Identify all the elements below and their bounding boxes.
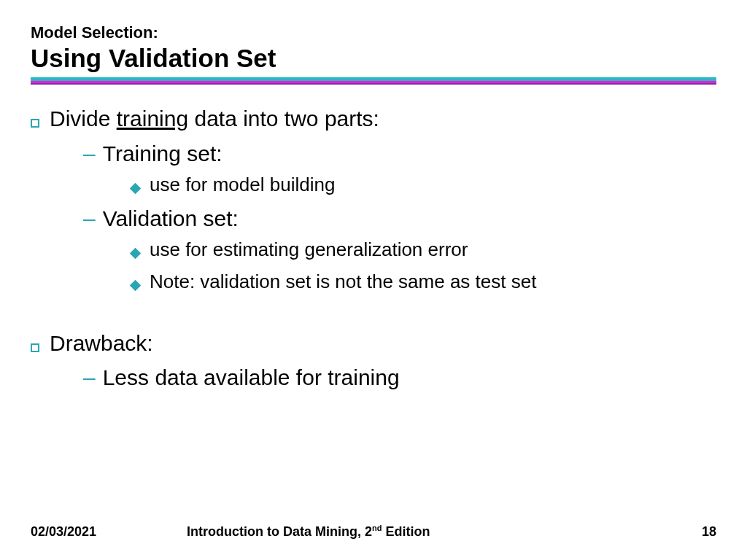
bullet-text: Training set:	[103, 140, 222, 168]
bullet-text: Drawback:	[50, 330, 153, 357]
text-fragment: Edition	[382, 524, 430, 539]
spacer	[31, 302, 716, 330]
bullet-text: Validation set:	[103, 205, 239, 233]
divider	[31, 77, 716, 85]
slide: Model Selection: Using Validation Set Di…	[0, 0, 747, 392]
footer-book-title: Introduction to Data Mining, 2nd Edition	[96, 524, 702, 540]
footer: 02/03/2021 Introduction to Data Mining, …	[0, 524, 747, 540]
superscript: nd	[372, 524, 382, 532]
header-title: Using Validation Set	[31, 44, 716, 73]
footer-page-number: 18	[702, 524, 716, 540]
bullet-level2: – Less data available for training	[83, 364, 716, 392]
bullet-level1: Drawback:	[31, 330, 716, 357]
bullet-level3: use for model building	[131, 173, 716, 198]
bullet-text: use for estimating generalization error	[150, 238, 468, 262]
square-bullet-icon	[31, 343, 39, 352]
footer-date: 02/03/2021	[31, 524, 96, 540]
bullet-text: Less data available for training	[103, 364, 400, 392]
bullet-level2: – Validation set:	[83, 205, 716, 233]
bullet-text: use for model building	[150, 173, 335, 198]
bullet-text: Divide training data into two parts:	[50, 105, 379, 133]
diamond-bullet-icon	[130, 183, 142, 195]
bullet-text: Note: validation set is not the same as …	[150, 270, 536, 295]
underlined-text: training	[117, 106, 188, 131]
bullet-level1: Divide training data into two parts:	[31, 105, 716, 133]
diamond-bullet-icon	[130, 280, 142, 292]
square-bullet-icon	[31, 119, 39, 128]
bullet-level3: use for estimating generalization error	[131, 238, 716, 262]
diamond-bullet-icon	[130, 248, 142, 260]
dash-bullet-icon: –	[83, 141, 96, 166]
dash-bullet-icon: –	[83, 365, 96, 390]
dash-bullet-icon: –	[83, 206, 96, 231]
text-fragment: Introduction to Data Mining, 2	[187, 524, 372, 539]
bullet-level2: – Training set:	[83, 140, 716, 168]
bullet-level3: Note: validation set is not the same as …	[131, 270, 716, 295]
text-fragment: Divide	[50, 106, 117, 131]
content: Divide training data into two parts: – T…	[31, 105, 716, 392]
divider-purple	[31, 83, 716, 85]
text-fragment: data into two parts:	[188, 106, 379, 131]
header-kicker: Model Selection:	[31, 23, 716, 42]
